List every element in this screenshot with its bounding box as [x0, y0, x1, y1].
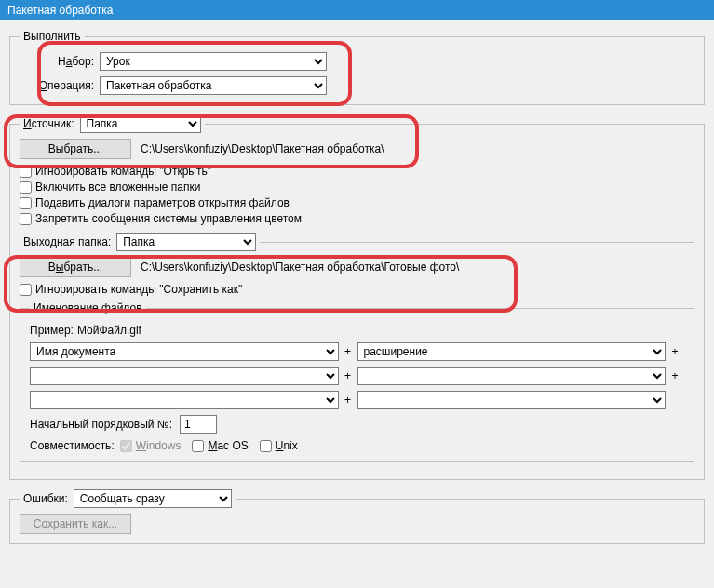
cb-suppress-open-dialogs[interactable]: [20, 197, 32, 209]
compat-unix[interactable]: Unix: [260, 439, 298, 452]
cb-ignore-open-row: Игнорировать команды "Открыть": [20, 165, 694, 178]
source-legend-row: Источник: Папка: [20, 114, 205, 133]
start-number-input[interactable]: [180, 415, 217, 434]
compat-label: Совместимость:: [30, 439, 115, 452]
example-value: МойФайл.gif: [77, 324, 141, 337]
naming-field-2[interactable]: расширение: [357, 342, 667, 361]
plus-2: +: [666, 345, 684, 358]
naming-legend: Именование файлов: [30, 301, 146, 314]
plus-4: +: [666, 369, 684, 382]
output-fieldset: Выходная папка: Папка Выбрать... C:\User…: [20, 233, 694, 466]
cb-ignore-saveas-label: Игнорировать команды "Сохранить как": [35, 283, 242, 296]
output-path: C:\Users\konfuziy\Desktop\Пакетная обраб…: [141, 261, 459, 274]
output-select[interactable]: Папка: [116, 233, 256, 251]
naming-fieldset: Именование файлов Пример: МойФайл.gif Им…: [20, 301, 694, 462]
cb-ignore-saveas[interactable]: [20, 284, 32, 296]
window-title: Пакетная обработка: [7, 4, 113, 17]
source-output-fieldset: Источник: Папка Выбрать... C:\Users\konf…: [9, 114, 705, 480]
dialog-content: Выполнить Набор: Урок Операция: Пакетная…: [0, 20, 714, 563]
naming-field-3[interactable]: [30, 367, 339, 385]
cb-suppress-color-label: Запретить сообщения системы управления ц…: [35, 212, 302, 225]
compat-windows: Windows: [120, 439, 182, 452]
cb-suppress-open-dialogs-label: Подавить диалоги параметров открытия фай…: [35, 196, 290, 209]
compat-mac[interactable]: Mac OS: [192, 439, 248, 452]
output-legend-row: Выходная папка: Папка: [20, 233, 260, 251]
plus-1: +: [339, 345, 357, 358]
cb-suppress-open-dialogs-row: Подавить диалоги параметров открытия фай…: [20, 196, 694, 209]
compat-unix-cb[interactable]: [260, 440, 272, 452]
errors-select[interactable]: Сообщать сразу: [74, 489, 232, 508]
execute-fieldset: Выполнить Набор: Урок Операция: Пакетная…: [9, 30, 705, 105]
source-label: Источник:: [23, 117, 74, 130]
set-label: Набор:: [20, 55, 100, 68]
cb-suppress-color-row: Запретить сообщения системы управления ц…: [20, 212, 694, 225]
cb-ignore-open[interactable]: [20, 166, 32, 178]
errors-fieldset: Ошибки: Сообщать сразу Сохранить как...: [9, 489, 705, 544]
compat-mac-cb[interactable]: [192, 440, 204, 452]
cb-suppress-color[interactable]: [20, 213, 32, 225]
output-choose-button[interactable]: Выбрать...: [20, 257, 131, 277]
cb-include-subfolders-row: Включить все вложенные папки: [20, 180, 694, 194]
errors-legend-row: Ошибки: Сообщать сразу: [20, 489, 236, 508]
source-choose-button[interactable]: Выбрать...: [20, 139, 131, 159]
compat-windows-cb: [120, 440, 132, 452]
execute-legend: Выполнить: [20, 30, 85, 43]
set-select[interactable]: Урок: [100, 52, 327, 71]
cb-include-subfolders-label: Включить все вложенные папки: [35, 180, 200, 194]
title-bar: Пакетная обработка: [0, 0, 714, 20]
errors-label: Ошибки:: [23, 492, 68, 505]
example-label: Пример:: [30, 324, 74, 337]
source-select[interactable]: Папка: [80, 114, 201, 133]
source-path: C:\Users\konfuziy\Desktop\Пакетная обраб…: [141, 142, 384, 155]
naming-field-1[interactable]: Имя документа: [30, 342, 339, 361]
plus-5: +: [339, 394, 357, 407]
naming-field-4[interactable]: [357, 367, 667, 385]
operation-select[interactable]: Пакетная обработка: [100, 76, 327, 95]
output-label: Выходная папка:: [23, 235, 111, 248]
naming-field-5[interactable]: [30, 391, 339, 409]
save-as-button: Сохранить как...: [20, 514, 131, 534]
cb-ignore-open-label: Игнорировать команды "Открыть": [35, 165, 211, 178]
cb-include-subfolders[interactable]: [20, 181, 32, 194]
start-number-label: Начальный порядковый №:: [30, 418, 172, 431]
operation-label: Операция:: [20, 79, 100, 92]
naming-field-6[interactable]: [357, 391, 667, 409]
plus-3: +: [339, 369, 357, 382]
cb-ignore-saveas-row: Игнорировать команды "Сохранить как": [20, 283, 694, 296]
